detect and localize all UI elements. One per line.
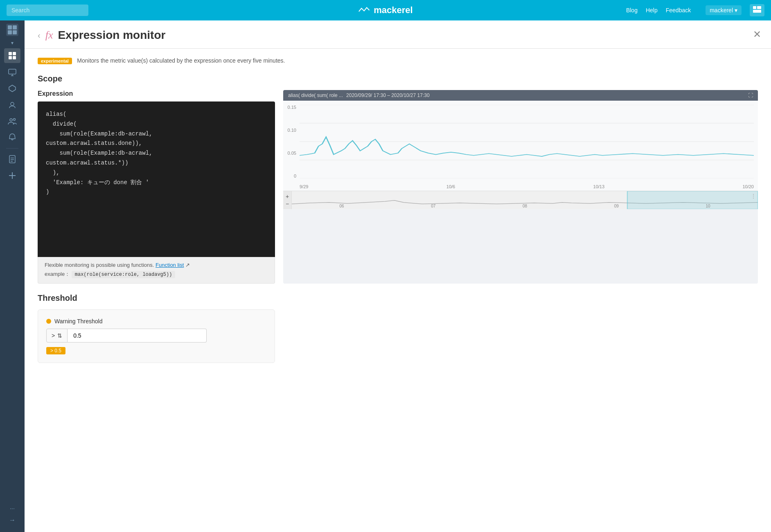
user-menu[interactable]: mackerel ▾ bbox=[706, 5, 742, 15]
sidebar-item-dashboard[interactable] bbox=[4, 48, 20, 63]
svg-point-12 bbox=[10, 119, 12, 121]
code-line-9: ) bbox=[46, 187, 267, 197]
search-input[interactable] bbox=[7, 5, 88, 16]
threshold-section-title: Threshold bbox=[38, 293, 758, 303]
example-code: max(role(service:role, loadavg5)) bbox=[72, 271, 176, 278]
code-editor[interactable]: alias( divide( sum(role(Example:db-acraw… bbox=[38, 101, 275, 257]
nav-links: Blog Help Feedback mackerel ▾ bbox=[626, 4, 764, 16]
sidebar-arrow-btn[interactable]: → bbox=[7, 515, 17, 525]
logo: mackerel bbox=[358, 5, 413, 16]
svg-rect-14 bbox=[9, 156, 15, 163]
chart-header-left: alias( divide( sum( role ... 2020/09/29/… bbox=[288, 92, 430, 98]
sidebar-item-hosts[interactable] bbox=[4, 97, 20, 112]
sidebar-item-monitors[interactable] bbox=[4, 65, 20, 79]
zoom-in-btn[interactable]: + bbox=[286, 194, 289, 199]
chart-header: alias( divide( sum( role ... 2020/09/29/… bbox=[283, 90, 758, 101]
sidebar-item-add[interactable] bbox=[4, 168, 20, 183]
mini-x-08: 08 bbox=[523, 204, 527, 208]
x-label-1020: 10/20 bbox=[742, 184, 754, 189]
chart-mini-area: + − 06 07 08 bbox=[283, 191, 758, 209]
layout: ▾ bbox=[0, 20, 771, 532]
svg-rect-7 bbox=[9, 69, 16, 74]
expression-row: Expression alias( divide( sum(role(Examp… bbox=[38, 90, 758, 284]
svg-point-13 bbox=[14, 119, 16, 121]
nav-icon-button[interactable] bbox=[750, 4, 764, 16]
warning-dot bbox=[46, 319, 51, 324]
chart-mini-more-btn[interactable]: ⋮ bbox=[751, 193, 756, 199]
chart-date-range: 2020/09/29/ 17:30 – 2020/10/27 17:30 bbox=[346, 92, 430, 98]
svg-rect-0 bbox=[753, 6, 756, 9]
svg-rect-5 bbox=[9, 56, 12, 59]
threshold-value-input[interactable] bbox=[68, 329, 207, 343]
svg-rect-4 bbox=[13, 52, 16, 55]
code-line-4: custom.acrawl.status.done)), bbox=[46, 139, 267, 149]
sidebar: ▾ bbox=[0, 20, 25, 532]
scope-section-title: Scope bbox=[38, 74, 758, 83]
code-line-3: sum(role(Example:db-acrawl, bbox=[46, 129, 267, 139]
svg-rect-19 bbox=[9, 175, 16, 176]
threshold-section: Threshold Warning Threshold > ⇅ bbox=[38, 293, 758, 363]
x-label-1013: 10/13 bbox=[593, 184, 605, 189]
back-button[interactable]: ‹ bbox=[38, 31, 41, 40]
function-list-link[interactable]: Function list bbox=[156, 262, 184, 268]
example-row: example： max(role(service:role, loadavg5… bbox=[45, 271, 268, 278]
blog-link[interactable]: Blog bbox=[626, 7, 638, 14]
y-label-0: 0 bbox=[294, 174, 296, 178]
threshold-input-row: > ⇅ bbox=[46, 329, 266, 343]
chart-expand-icon[interactable]: ⛶ bbox=[748, 92, 753, 98]
help-link[interactable]: Help bbox=[646, 7, 658, 14]
x-label-929: 9/29 bbox=[300, 184, 308, 189]
mini-x-09: 09 bbox=[614, 204, 619, 208]
svg-rect-2 bbox=[753, 10, 761, 13]
chart-svg-area bbox=[300, 105, 754, 178]
close-button[interactable]: ✕ bbox=[753, 29, 761, 40]
svg-point-11 bbox=[11, 102, 14, 106]
chart-mini-labels: 06 07 08 09 10 bbox=[292, 204, 754, 208]
svg-rect-3 bbox=[9, 52, 12, 55]
chart-mini-svg: 06 07 08 09 10 ⋮ bbox=[292, 191, 758, 209]
mini-x-06: 06 bbox=[340, 204, 344, 208]
threshold-tag-row: > 0.5 bbox=[46, 347, 266, 354]
sidebar-more-btn[interactable]: ··· bbox=[8, 503, 16, 513]
mini-x-07: 07 bbox=[431, 204, 435, 208]
experimental-badge: experimental bbox=[38, 58, 72, 64]
sidebar-bottom: ··· → bbox=[7, 503, 17, 529]
page-title: Expression monitor bbox=[58, 29, 165, 42]
description-text: Monitors the metric value(s) calculated … bbox=[77, 57, 285, 64]
expression-column: Expression alias( divide( sum(role(Examp… bbox=[38, 90, 275, 284]
description-row: experimental Monitors the metric value(s… bbox=[38, 57, 758, 64]
feedback-link[interactable]: Feedback bbox=[666, 7, 691, 14]
expression-label: Expression bbox=[38, 90, 275, 97]
y-label-0.10: 0.10 bbox=[288, 128, 296, 133]
zoom-out-btn[interactable]: − bbox=[286, 201, 289, 207]
chart-body: 0.15 0.10 0.05 0 bbox=[283, 101, 758, 191]
y-label-0.05: 0.05 bbox=[288, 151, 296, 156]
sidebar-item-alerts[interactable] bbox=[4, 130, 20, 145]
svg-marker-10 bbox=[9, 85, 16, 92]
sidebar-item-services[interactable] bbox=[4, 81, 20, 96]
code-line-5: sum(role(Example:db-acrawl, bbox=[46, 149, 267, 158]
threshold-tag: > 0.5 bbox=[46, 347, 65, 354]
threshold-operator-select[interactable]: > ⇅ bbox=[46, 329, 68, 343]
fx-icon: fx bbox=[45, 29, 53, 41]
code-line-7: ), bbox=[46, 168, 267, 178]
top-nav: mackerel Blog Help Feedback mackerel ▾ bbox=[0, 0, 771, 20]
sidebar-grid-icon[interactable] bbox=[6, 24, 18, 36]
code-line-2: divide( bbox=[46, 119, 267, 129]
code-line-6: custom.acrawl.status.*)) bbox=[46, 158, 267, 168]
chart-x-labels: 9/29 10/6 10/13 10/20 bbox=[300, 184, 754, 189]
sidebar-item-users[interactable] bbox=[4, 114, 20, 128]
code-line-8: 'Example: キューの done 割合 ' bbox=[46, 178, 267, 188]
warning-threshold-label: Warning Threshold bbox=[46, 318, 266, 325]
x-label-106: 10/6 bbox=[446, 184, 455, 189]
code-line-1: alias( bbox=[46, 110, 267, 119]
sidebar-collapse-btn[interactable]: ▾ bbox=[8, 39, 17, 47]
sidebar-item-docs[interactable] bbox=[4, 152, 20, 167]
y-label-0.15: 0.15 bbox=[288, 105, 296, 110]
page-header: ‹ fx Expression monitor ✕ bbox=[25, 20, 771, 49]
hint-text: Flexible monitoring is possible using fu… bbox=[45, 262, 268, 268]
chart-area: alias( divide( sum( role ... 2020/09/29/… bbox=[283, 90, 758, 284]
main-content: ‹ fx Expression monitor ✕ experimental M… bbox=[25, 20, 771, 532]
svg-rect-1 bbox=[757, 6, 761, 9]
svg-rect-6 bbox=[13, 56, 16, 59]
